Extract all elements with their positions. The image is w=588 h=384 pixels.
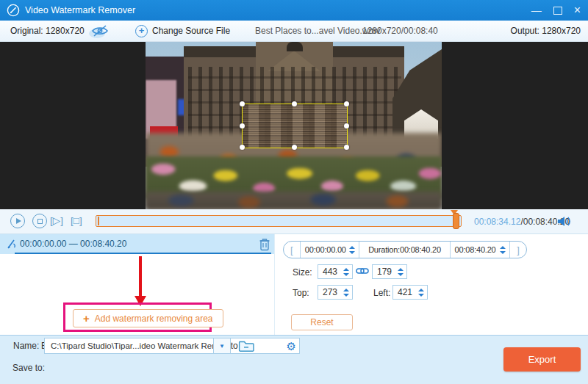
spin-down-icon[interactable] <box>418 294 424 297</box>
spin-down-icon[interactable] <box>398 273 404 276</box>
spin-up-icon[interactable] <box>398 268 404 271</box>
spin-up-icon[interactable] <box>500 246 506 249</box>
spin-down-icon[interactable] <box>343 294 349 297</box>
video-palace-cupola <box>287 42 303 51</box>
source-file-name: Best Places to...avel Video.wmv <box>255 21 381 41</box>
watermark-selection-box[interactable] <box>242 104 348 148</box>
export-button[interactable]: Export <box>503 347 581 372</box>
left-label: Left: <box>373 288 390 298</box>
stop-button[interactable] <box>32 214 47 228</box>
preview-watermark-toggle[interactable] <box>89 24 111 39</box>
main-panels: 00:00:00.00 — 00:08:40.20 + Add watermar… <box>0 233 588 335</box>
properties-panel: [ 00:00:00.00 Duration:00:08:40.20 00:08… <box>274 234 588 335</box>
spin-down-icon[interactable] <box>500 251 506 254</box>
top-value: 273 <box>323 287 337 297</box>
save-path-field[interactable]: C:\Tipard Studio\Tipar...ideo Watermark … <box>44 338 214 354</box>
selection-handle[interactable] <box>344 145 349 150</box>
time-range-control: [ 00:00:00.00 Duration:00:08:40.20 00:08… <box>283 241 527 258</box>
eye-off-icon <box>91 24 109 37</box>
watermark-item-icon <box>6 238 17 250</box>
end-time-stepper[interactable] <box>500 246 506 254</box>
reset-button[interactable]: Reset <box>291 314 353 330</box>
open-folder-icon[interactable] <box>238 338 254 352</box>
window-controls: — × <box>531 0 581 21</box>
plus-icon[interactable]: + <box>135 25 148 37</box>
selection-handle[interactable] <box>240 123 245 128</box>
selection-handle[interactable] <box>292 101 297 106</box>
export-label: Export <box>528 354 556 365</box>
play-section-button[interactable]: [▷] <box>50 214 63 228</box>
window-title: Video Watermark Remover <box>25 0 135 21</box>
add-watermark-area-label: Add watermark removing area <box>95 314 213 324</box>
titlebar: Video Watermark Remover — × <box>0 0 588 21</box>
spin-down-icon[interactable] <box>343 273 349 276</box>
video-frame <box>146 42 442 209</box>
width-stepper[interactable]: 443 <box>318 264 353 279</box>
link-ratio-icon[interactable] <box>356 266 369 276</box>
selection-handle[interactable] <box>344 123 349 128</box>
app-logo-icon <box>7 4 20 17</box>
playhead-handle[interactable] <box>453 213 459 229</box>
change-source-file-button[interactable]: Change Source File <box>152 21 230 41</box>
original-resolution-label: Original: 1280x720 <box>10 21 85 41</box>
width-value: 443 <box>323 267 337 277</box>
save-path-dropdown[interactable]: ▼ <box>213 338 231 354</box>
height-stepper[interactable]: 179 <box>372 264 407 279</box>
watermark-list-panel: 00:00:00.00 — 00:08:40.20 + Add watermar… <box>0 234 274 335</box>
height-spin[interactable] <box>398 268 404 276</box>
size-label: Size: <box>293 267 312 278</box>
volume-icon[interactable] <box>556 215 571 228</box>
top-spin[interactable] <box>343 289 349 297</box>
reset-label: Reset <box>310 317 333 327</box>
toolbar: Original: 1280x720 + Change Source File … <box>0 21 588 42</box>
add-watermark-area-button[interactable]: + Add watermark removing area <box>73 309 223 327</box>
selection-handle[interactable] <box>240 145 245 150</box>
current-time: 00:08:34.12 <box>474 217 520 227</box>
spin-up-icon[interactable] <box>343 268 349 271</box>
left-spin[interactable] <box>418 289 424 297</box>
plus-icon: + <box>83 313 90 324</box>
chevron-down-icon: ▼ <box>219 343 225 349</box>
trash-icon[interactable] <box>259 237 270 251</box>
left-value: 421 <box>398 287 412 297</box>
watermark-time-range: 00:00:00.00 — 00:08:40.20 <box>20 239 126 249</box>
end-time-field[interactable]: 00:08:40.20 <box>451 242 511 258</box>
duration-field: Duration:00:08:40.20 <box>359 242 450 258</box>
gear-icon[interactable]: ⚙ <box>287 341 296 352</box>
spin-up-icon[interactable] <box>418 289 424 291</box>
spin-up-icon[interactable] <box>343 289 349 291</box>
selection-handle[interactable] <box>292 145 297 150</box>
start-time-stepper[interactable] <box>349 246 355 254</box>
close-icon[interactable]: × <box>574 5 581 15</box>
spin-down-icon[interactable] <box>349 251 355 254</box>
bracket-close-label: ] <box>510 242 526 258</box>
height-value: 179 <box>377 267 392 277</box>
time-display: 00:08:34.12/00:08:40.20 <box>474 217 570 227</box>
minimize-icon[interactable]: — <box>531 5 542 15</box>
left-stepper[interactable]: 421 <box>392 285 428 300</box>
watermark-list-item[interactable]: 00:00:00.00 — 00:08:40.20 <box>0 234 274 254</box>
video-crowd-foreground <box>146 192 442 209</box>
output-settings-bar: Name: Best Places to...eWatermark.mp4 ✎ … <box>0 335 588 384</box>
stop-section-button[interactable]: [□] <box>71 214 82 228</box>
play-button[interactable] <box>10 214 25 228</box>
stop-icon <box>37 219 43 224</box>
app-window: Video Watermark Remover — × Original: 12… <box>0 0 588 384</box>
name-label: Name: <box>13 341 39 351</box>
source-file-meta: 1280x720/00:08:40 <box>362 21 438 41</box>
maximize-icon[interactable] <box>553 7 562 15</box>
save-to-label: Save to: <box>12 363 45 373</box>
duration-value: Duration:00:08:40.20 <box>368 245 441 254</box>
output-resolution-label: Output: 1280x720 <box>511 21 581 41</box>
selection-handle[interactable] <box>240 101 245 106</box>
end-time-value: 00:08:40.20 <box>455 245 496 254</box>
width-spin[interactable] <box>343 268 349 276</box>
start-time-field[interactable]: 00:00:00.00 <box>300 242 360 258</box>
top-stepper[interactable]: 273 <box>318 285 353 300</box>
start-time-value: 00:00:00.00 <box>305 245 346 254</box>
selection-handle[interactable] <box>344 101 349 106</box>
progress-slider[interactable] <box>96 215 462 227</box>
spin-up-icon[interactable] <box>349 246 355 249</box>
bracket-open-label: [ <box>284 242 300 258</box>
play-icon <box>16 218 21 224</box>
